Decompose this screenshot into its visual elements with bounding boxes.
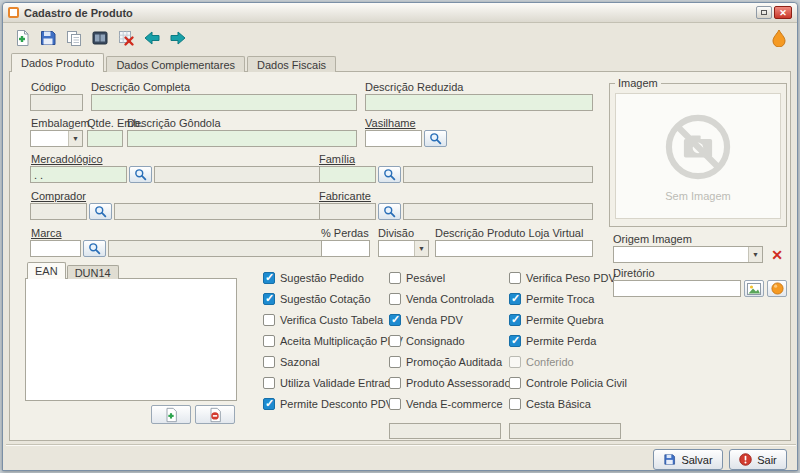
loja-virtual-label: Descrição Produto Loja Virtual (435, 227, 583, 239)
checkbox-permite-perda[interactable]: Permite Perda (509, 334, 596, 348)
mercadologico-label[interactable]: Mercadológico (31, 153, 103, 165)
ean-add-button[interactable] (151, 405, 191, 424)
origem-imagem-select[interactable]: ▼ (613, 246, 763, 263)
save-icon (39, 29, 57, 47)
tab-dados-complementares[interactable]: Dados Complementares (106, 56, 245, 72)
descricao-gondola-input[interactable] (127, 130, 357, 147)
copy-icon (65, 29, 83, 47)
diretorio-input[interactable] (613, 280, 741, 297)
codigo-input[interactable] (30, 94, 83, 111)
checkbox-consignado[interactable]: Consignado (389, 334, 465, 348)
checkbox-box (509, 377, 521, 389)
familia-label[interactable]: Família (319, 153, 355, 165)
checkbox-permite-quebra[interactable]: Permite Quebra (509, 313, 604, 327)
embalagem-select[interactable]: ▼ (30, 130, 83, 147)
toolbar (3, 24, 797, 51)
help-button[interactable] (767, 26, 790, 49)
checkbox-label: Permite Troca (526, 293, 594, 305)
familia-lookup-button[interactable] (378, 166, 401, 183)
checkbox-verifica-custo-tabela[interactable]: Verifica Custo Tabela (263, 313, 383, 327)
checkbox-pesavel[interactable]: Pesável (389, 271, 445, 285)
new-record-button[interactable] (10, 26, 33, 49)
imagem-group-label: Imagem (615, 77, 661, 89)
checkbox-label: Aceita Multiplicação PDV (280, 335, 403, 347)
comprador-label[interactable]: Comprador (31, 190, 86, 202)
next-button[interactable] (166, 26, 189, 49)
checkbox-label: Venda PDV (406, 314, 463, 326)
checkbox-produto-assessorado[interactable]: Produto Assessorado (389, 376, 511, 390)
checkbox-sugestao-pedido[interactable]: Sugestão Pedido (263, 271, 364, 285)
save-button[interactable] (36, 26, 59, 49)
perdas-input[interactable] (321, 240, 370, 257)
vasilhame-lookup-button[interactable] (424, 130, 447, 147)
checkbox-label: Venda Controlada (406, 293, 494, 305)
loja-virtual-input[interactable] (435, 240, 593, 257)
checkbox-label: Verifica Peso PDV (526, 272, 616, 284)
perdas-label: % Perdas (321, 227, 369, 239)
checkbox-venda-pdv[interactable]: Venda PDV (389, 313, 463, 327)
checkbox-box (389, 293, 401, 305)
marca-input[interactable] (30, 240, 81, 257)
checkbox-box (263, 272, 275, 284)
diretorio-browse-button[interactable] (744, 280, 764, 297)
remove-icon (207, 407, 223, 423)
checkbox-utiliza-validade-entrada[interactable]: Utiliza Validade Entrada (263, 376, 397, 390)
checkbox-permite-desconto-pdv[interactable]: Permite Desconto PDV (263, 397, 393, 411)
ean-remove-button[interactable] (195, 405, 235, 424)
sair-button[interactable]: Sair (729, 449, 787, 470)
records-button[interactable] (88, 26, 111, 49)
checkbox-sugestao-cotacao[interactable]: Sugestão Cotação (263, 292, 371, 306)
checkbox-venda-ecommerce[interactable]: Venda E-commerce (389, 397, 503, 411)
familia-input[interactable] (319, 166, 376, 183)
image-placeholder: Sem Imagem (615, 93, 781, 219)
previous-button[interactable] (140, 26, 163, 49)
salvar-button[interactable]: Salvar (653, 449, 723, 470)
origem-clear-button[interactable]: ✕ (769, 246, 785, 263)
comprador-input[interactable] (30, 203, 87, 220)
diretorio-info-button[interactable] (767, 280, 787, 297)
marca-label[interactable]: Marca (31, 227, 62, 239)
mercadologico-lookup-button[interactable] (129, 166, 152, 183)
mercadologico-input[interactable] (30, 166, 127, 183)
checkbox-box (509, 356, 521, 368)
checkbox-permite-troca[interactable]: Permite Troca (509, 292, 594, 306)
embalagem-label: Embalagem (31, 117, 90, 129)
checkbox-promocao-auditada[interactable]: Promoção Auditada (389, 355, 502, 369)
divisao-select[interactable]: ▼ (378, 240, 429, 257)
maximize-button[interactable] (756, 6, 772, 19)
fabricante-label[interactable]: Fabricante (319, 190, 371, 202)
titlebar[interactable]: Cadastro de Produto ✕ (3, 3, 797, 23)
checkbox-conferido[interactable]: Conferido (509, 355, 574, 369)
ean-listbox[interactable] (25, 278, 237, 401)
maximize-icon (761, 10, 767, 15)
comprador-lookup-button[interactable] (89, 203, 112, 220)
close-button[interactable]: ✕ (774, 6, 792, 19)
copy-button[interactable] (62, 26, 85, 49)
checkbox-aceita-multiplicacao-pdv[interactable]: Aceita Multiplicação PDV (263, 334, 403, 348)
vasilhame-input[interactable] (365, 130, 422, 147)
tab-dados-fiscais[interactable]: Dados Fiscais (247, 56, 336, 72)
checkbox-box (389, 335, 401, 347)
descricao-completa-input[interactable] (91, 94, 357, 111)
checkbox-controle-policia-civil[interactable]: Controle Policia Civil (509, 376, 627, 390)
cancel-icon (117, 29, 135, 47)
fabricante-input[interactable] (319, 203, 376, 220)
tab-dados-produto[interactable]: Dados Produto (11, 53, 104, 72)
checkbox-cesta-basica[interactable]: Cesta Básica (509, 397, 591, 411)
help-droplet-icon (772, 29, 786, 47)
marca-lookup-button[interactable] (83, 240, 106, 257)
tab-dun14[interactable]: DUN14 (67, 265, 119, 279)
checkbox-label: Utiliza Validade Entrada (280, 377, 397, 389)
descricao-reduzida-input[interactable] (365, 94, 593, 111)
qtde-emb-input[interactable] (87, 130, 123, 147)
descricao-reduzida-label: Descrição Reduzida (365, 81, 463, 93)
tab-ean[interactable]: EAN (27, 262, 66, 279)
fabricante-lookup-button[interactable] (378, 203, 401, 220)
tab-bar: Dados Produto Dados Complementares Dados… (11, 53, 338, 72)
checkbox-verifica-peso-pdv[interactable]: Verifica Peso PDV (509, 271, 616, 285)
checkbox-box (509, 398, 521, 410)
checkbox-venda-controlada[interactable]: Venda Controlada (389, 292, 494, 306)
vasilhame-label[interactable]: Vasilhame (365, 117, 416, 129)
cancel-button[interactable] (114, 26, 137, 49)
checkbox-sazonal[interactable]: Sazonal (263, 355, 320, 369)
